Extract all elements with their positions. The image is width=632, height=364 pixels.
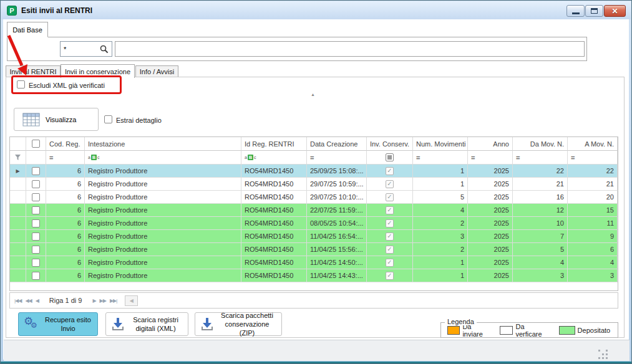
table-row[interactable]: 6Registro ProduttoreRO54MRD145008/05/25 … bbox=[10, 217, 618, 230]
cell-id_reg: RO54MRD1450 bbox=[241, 165, 307, 178]
row-checkbox[interactable] bbox=[32, 180, 40, 188]
row-checkbox[interactable] bbox=[32, 259, 40, 267]
filter-intestazione[interactable]: aBc bbox=[85, 151, 241, 165]
estrai-dettaglio-checkbox[interactable] bbox=[104, 115, 112, 123]
status-strip bbox=[4, 340, 630, 361]
legend-item: Da verficare bbox=[500, 323, 545, 338]
collapse-splitter-icon[interactable]: ▲ bbox=[311, 92, 315, 97]
download-icon bbox=[111, 317, 125, 332]
filter-num_movimenti[interactable]: = bbox=[413, 151, 468, 165]
registro-search-input[interactable]: * bbox=[60, 41, 112, 57]
pager-prev-page-button[interactable]: ◀◀ bbox=[25, 298, 31, 304]
table-row[interactable]: 6Registro ProduttoreRO54MRD145011/04/25 … bbox=[10, 243, 618, 256]
window-title: Esiti invii al RENTRI bbox=[21, 6, 92, 15]
row-indicator bbox=[10, 191, 26, 204]
checked-readonly-checkbox: ✓ bbox=[386, 232, 394, 241]
resize-grip[interactable] bbox=[598, 350, 608, 360]
table-row[interactable]: 6Registro ProduttoreRO54MRD145022/07/25 … bbox=[10, 204, 618, 217]
registro-description-field[interactable] bbox=[115, 41, 585, 57]
row-indicator bbox=[10, 204, 26, 217]
cell-inv-conserv: ✓ bbox=[367, 204, 413, 217]
scarica-pacchetti-zip-button[interactable]: Scarica pacchetti conservazione (ZIP) bbox=[195, 312, 282, 336]
cell-anno: 2025 bbox=[468, 165, 513, 178]
column-header-inv_conserv[interactable]: Inv. Conserv. bbox=[367, 137, 413, 151]
row-checkbox[interactable] bbox=[32, 206, 40, 214]
column-header-intestazione[interactable]: Intestazione bbox=[85, 137, 241, 151]
cell-cod_reg: 6 bbox=[46, 243, 85, 256]
table-row[interactable]: ▶6Registro ProduttoreRO54MRD145025/09/25… bbox=[10, 165, 618, 178]
table-row[interactable]: 6Registro ProduttoreRO54MRD145011/04/25 … bbox=[10, 256, 618, 269]
filter-a_mov[interactable]: = bbox=[568, 151, 618, 165]
abc-filter-icon: aBc bbox=[245, 155, 256, 160]
visualizza-button[interactable]: Visualizza bbox=[14, 108, 99, 131]
column-header-anno[interactable]: Anno bbox=[468, 137, 513, 151]
pager-next-button[interactable]: ▶ bbox=[92, 298, 95, 304]
pager-first-button[interactable]: |◀◀ bbox=[14, 298, 21, 304]
row-checkbox[interactable] bbox=[32, 167, 40, 175]
table-row[interactable]: 6Registro ProduttoreRO54MRD145029/07/25 … bbox=[10, 178, 618, 191]
row-select bbox=[26, 243, 46, 256]
checked-readonly-checkbox: ✓ bbox=[386, 180, 394, 188]
filter-da_mov[interactable]: = bbox=[513, 151, 568, 165]
row-checkbox[interactable] bbox=[32, 219, 40, 228]
row-checkbox[interactable] bbox=[32, 272, 40, 280]
filter-anno[interactable]: = bbox=[468, 151, 513, 165]
checked-readonly-checkbox: ✓ bbox=[386, 246, 394, 254]
table-row[interactable]: 6Registro ProduttoreRO54MRD145011/04/25 … bbox=[10, 230, 618, 243]
column-header-indicator[interactable] bbox=[10, 137, 26, 151]
pager-last-button[interactable]: ▶▶| bbox=[110, 298, 117, 304]
table-row[interactable]: 6Registro ProduttoreRO54MRD145011/04/25 … bbox=[10, 269, 618, 282]
pager-collapse-button[interactable]: ◀ bbox=[125, 295, 138, 306]
indeterminate-checkbox[interactable] bbox=[386, 153, 394, 161]
filter-inv_conserv[interactable] bbox=[367, 151, 413, 165]
column-header-num_movimenti[interactable]: Num. Movimenti bbox=[413, 137, 468, 151]
maximize-button[interactable] bbox=[585, 5, 603, 17]
tab-info-avvisi[interactable]: Info / Avvisi bbox=[135, 65, 178, 77]
column-header-data_creazione[interactable]: Data Creazione bbox=[307, 137, 367, 151]
cell-a_mov: 22 bbox=[568, 165, 618, 178]
filter-select[interactable] bbox=[26, 151, 46, 165]
scarica-registri-xml-button[interactable]: Scarica registri digitali (XML) bbox=[105, 312, 188, 336]
checked-readonly-checkbox: ✓ bbox=[386, 259, 394, 267]
annotation-highlight-rect bbox=[11, 75, 122, 94]
minimize-button[interactable] bbox=[566, 5, 585, 17]
pager: |◀◀◀◀◀ Riga 1 di 9 ▶▶▶▶▶| ◀ bbox=[9, 292, 618, 309]
pager-prev-button[interactable]: ◀ bbox=[36, 298, 39, 304]
column-header-a_mov[interactable]: A Mov. N. bbox=[568, 137, 618, 151]
cell-id_reg: RO54MRD1450 bbox=[241, 230, 307, 243]
cell-a_mov: 11 bbox=[568, 217, 618, 230]
close-button[interactable]: ✕ bbox=[604, 5, 626, 17]
cell-intestazione: Registro Produttore bbox=[85, 217, 241, 230]
checked-readonly-checkbox: ✓ bbox=[386, 167, 394, 175]
pager-position-label: Riga 1 di 9 bbox=[49, 297, 82, 304]
cell-inv-conserv: ✓ bbox=[367, 269, 413, 282]
filter-id_reg[interactable]: aBc bbox=[241, 151, 307, 165]
search-icon[interactable] bbox=[100, 45, 109, 54]
table-row[interactable]: 6Registro ProduttoreRO54MRD145029/07/25 … bbox=[10, 191, 618, 204]
cell-data_creazione: 29/07/25 10:59:... bbox=[307, 178, 367, 191]
cell-inv-conserv: ✓ bbox=[367, 217, 413, 230]
gears-icon: ⚙⚙ bbox=[24, 316, 40, 332]
column-header-id_reg[interactable]: Id Reg. RENTRI bbox=[241, 137, 307, 151]
row-checkbox[interactable] bbox=[32, 193, 40, 201]
recupera-esito-button[interactable]: ⚙⚙ Recupera esito Invio bbox=[18, 312, 98, 336]
filter-cod_reg[interactable]: = bbox=[46, 151, 85, 165]
filter-funnel-icon[interactable] bbox=[10, 151, 26, 165]
row-indicator: ▶ bbox=[10, 165, 26, 178]
cell-da_mov: 12 bbox=[513, 204, 568, 217]
pager-next-page-button[interactable]: ▶▶ bbox=[100, 298, 106, 304]
pager-left-buttons: |◀◀◀◀◀ bbox=[14, 298, 39, 304]
cell-inv-conserv: ✓ bbox=[367, 191, 413, 204]
row-indicator bbox=[10, 269, 26, 282]
row-checkbox[interactable] bbox=[32, 246, 40, 254]
filter-data_creazione[interactable]: = bbox=[307, 151, 367, 165]
cell-anno: 2025 bbox=[468, 178, 513, 191]
legend-swatch bbox=[500, 326, 513, 335]
cell-da_mov: 4 bbox=[513, 256, 568, 269]
tab-dati-base[interactable]: Dati Base bbox=[7, 22, 48, 37]
column-header-da_mov[interactable]: Da Mov. N. bbox=[513, 137, 568, 151]
row-checkbox[interactable] bbox=[32, 232, 40, 241]
cell-anno: 2025 bbox=[468, 243, 513, 256]
column-header-cod_reg[interactable]: Cod. Reg. bbox=[46, 137, 85, 151]
select-all-checkbox[interactable] bbox=[32, 140, 40, 148]
